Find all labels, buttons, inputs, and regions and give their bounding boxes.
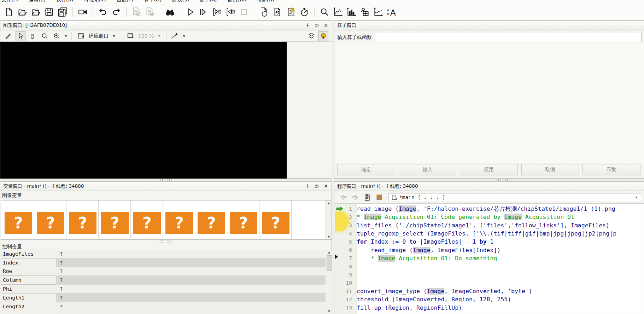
operator-button-帮助[interactable]: 帮助 (582, 164, 640, 175)
menu-item[interactable]: 助手(A) (200, 0, 217, 3)
code-editor[interactable]: 1read_image (Image, 'F:/halcon-exercise/… (335, 204, 644, 314)
feature-inspect-icon[interactable] (359, 7, 370, 17)
step-out-icon[interactable] (225, 7, 236, 17)
line-number[interactable]: 10 (335, 280, 355, 286)
menu-item[interactable]: 建议(S) (172, 0, 189, 3)
image-variable-thumbnail[interactable]: ? (163, 200, 195, 239)
open-file-icon[interactable] (17, 7, 28, 17)
variable-value[interactable]: ? (56, 276, 326, 285)
variable-name[interactable]: Length1 (1, 293, 56, 302)
scrollbar-thumb[interactable] (327, 255, 332, 271)
code-line[interactable]: 12threshold (ImageConverted, Region, 128… (335, 295, 644, 303)
binoculars-icon[interactable] (165, 7, 175, 17)
camera-icon[interactable] (77, 7, 88, 17)
variable-name[interactable]: Length2 (1, 302, 56, 311)
scroll-down-icon[interactable]: ▼ (326, 309, 332, 314)
variable-name[interactable]: Phi (1, 285, 56, 293)
image-variable-thumbnail[interactable]: ? (35, 200, 66, 239)
variable-value[interactable]: ? (56, 302, 326, 311)
step-over-icon[interactable] (198, 7, 209, 17)
variable-name[interactable]: Column (1, 276, 56, 285)
float-icon[interactable] (314, 184, 320, 189)
operator-input[interactable] (375, 33, 642, 42)
image-variable-thumbnail[interactable]: ? (2, 200, 34, 239)
image-variable-thumbnail[interactable]: ? (195, 200, 227, 239)
menu-item[interactable]: 帮助(H) (257, 0, 274, 3)
magnify-icon[interactable] (40, 31, 49, 41)
control-variables-scrollbar[interactable]: ▲ ▼ (326, 250, 332, 314)
menu-item[interactable]: 文件(F) (1, 0, 18, 3)
code-line[interactable]: 6 read_image (Image, ImageFiles[Index]) (335, 246, 644, 254)
line-number[interactable]: 5 (335, 239, 355, 245)
vertical-splitter[interactable] (332, 21, 334, 314)
menu-item[interactable]: 可视化(V) (84, 0, 106, 3)
brush-icon[interactable] (4, 31, 13, 41)
scroll-up-icon[interactable]: ▲ (326, 250, 332, 255)
variable-value[interactable]: ? (56, 267, 326, 276)
pin-icon[interactable] (305, 184, 310, 189)
menu-item[interactable]: 编辑(E) (29, 0, 46, 3)
control-variable-row[interactable]: Length2? (1, 302, 332, 311)
save-icon[interactable] (44, 7, 54, 17)
control-variable-row[interactable]: Phi? (1, 285, 332, 293)
procedure-combo[interactable]: *main ( : : : ) ▼ (388, 193, 641, 201)
variable-value[interactable]: ? (56, 293, 326, 302)
code-line[interactable]: 8 (335, 262, 644, 271)
run-icon[interactable] (185, 7, 195, 17)
magnifier-icon[interactable] (319, 7, 330, 17)
new-file-icon[interactable] (4, 7, 14, 17)
pan-hand-icon[interactable] (28, 31, 37, 41)
pen-dropdown-icon[interactable]: ▼ (183, 34, 185, 38)
line-number[interactable]: 13 (335, 305, 355, 310)
menu-item[interactable]: 执行(X) (56, 0, 74, 3)
control-variable-row[interactable]: ImageFiles? (1, 250, 332, 258)
line-number[interactable]: 6 (335, 247, 355, 253)
horizontal-splitter[interactable] (0, 179, 644, 181)
menu-item[interactable]: 窗口(W) (227, 0, 246, 3)
zoom-in-icon[interactable] (52, 31, 62, 41)
fit-window-combo[interactable]: 适应窗口 ▼ (75, 31, 117, 41)
save-all-icon[interactable] (57, 7, 68, 17)
code-line[interactable]: 2* Image Acquisition 01: Code generated … (335, 213, 644, 221)
splitter-handle[interactable] (156, 179, 172, 181)
image-variables-scrollbar[interactable]: ▲ ▼ (326, 200, 332, 239)
refresh-doc-icon[interactable] (272, 7, 283, 17)
code-line[interactable]: 7 * Image Acquisition 01: Do something (335, 254, 644, 262)
pin-icon[interactable] (305, 23, 310, 28)
font-a-icon[interactable]: ABA (386, 7, 397, 17)
code-line[interactable]: 1read_image (Image, 'F:/halcon-exercise/… (335, 205, 644, 213)
undo-icon[interactable] (98, 7, 108, 17)
operator-button-取消[interactable]: 取消 (521, 164, 579, 175)
variable-name[interactable]: Index (1, 258, 56, 267)
control-variable-row[interactable]: Column? (1, 276, 332, 285)
grid-icon[interactable] (374, 192, 384, 202)
operator-button-应用[interactable]: 应用 (460, 164, 518, 175)
scroll-up-icon[interactable]: ▲ (326, 200, 332, 206)
image-variable-thumbnail[interactable]: ? (99, 200, 131, 239)
step-into-icon[interactable] (212, 7, 222, 17)
code-line[interactable]: 3list_files ('./chipState1/image1', ['fi… (335, 221, 644, 229)
code-line[interactable]: 4tuple_regexp_select (ImageFiles, ['\\.(… (335, 229, 644, 238)
scroll-down-icon[interactable]: ▼ (326, 234, 332, 239)
redo-icon[interactable] (111, 7, 122, 17)
code-line[interactable]: 11convert_image_type (Image, ImageConver… (335, 287, 644, 295)
section-splitter[interactable] (0, 240, 332, 243)
compile-icon[interactable] (286, 7, 296, 17)
line-number[interactable]: 4 (335, 231, 355, 237)
menu-item[interactable]: 函数(P) (117, 0, 133, 3)
clipboard-icon[interactable] (362, 192, 372, 202)
chart-profile-icon[interactable] (373, 7, 384, 17)
stopwatch-icon[interactable] (299, 7, 310, 17)
image-variable-thumbnail[interactable]: ? (260, 200, 292, 239)
chart-hist-icon[interactable] (346, 7, 357, 17)
line-number[interactable]: 11 (335, 289, 355, 294)
line-number[interactable]: 8 (335, 264, 355, 269)
variable-name[interactable]: Row (1, 267, 56, 276)
menu-item[interactable]: 算子(O) (144, 0, 162, 3)
operator-button-确定[interactable]: 确定 (337, 164, 395, 175)
control-variable-row[interactable]: Index? (1, 258, 332, 267)
control-variable-row[interactable]: Length1? (1, 293, 332, 302)
code-line[interactable]: 13fill_up (Region, RegionFillUp) (335, 304, 644, 312)
line-number[interactable]: 12 (335, 297, 355, 302)
pointer-tool-icon[interactable] (16, 31, 25, 41)
